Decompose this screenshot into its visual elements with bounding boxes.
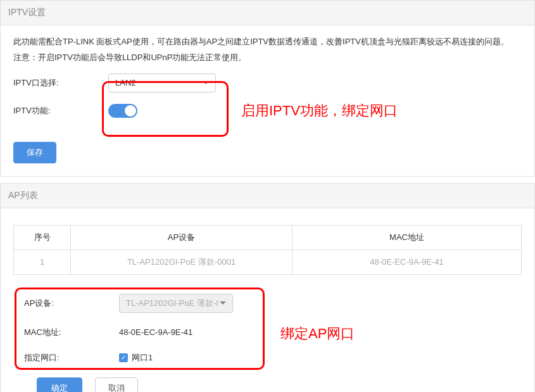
detail-port-value: 网口1	[132, 352, 153, 364]
detail-device-row: AP设备: TL-AP1202GI-PoE 薄款-I	[2, 294, 534, 313]
ap-list-panel: AP列表 序号 AP设备 MAC地址 1 TL-AP1202GI-PoE 薄款-…	[0, 183, 535, 392]
iptv-panel-header: IPTV设置	[1, 1, 534, 25]
col-mac: MAC地址	[293, 225, 522, 250]
save-button[interactable]: 保存	[13, 142, 56, 163]
chevron-down-icon	[203, 81, 209, 84]
iptv-function-toggle[interactable]	[108, 104, 137, 118]
iptv-panel-body: 此功能需配合TP-LINK 面板式AP使用，可在路由器与AP之间建立IPTV数据…	[1, 25, 534, 176]
chevron-down-icon	[220, 301, 226, 305]
detail-mac-label: MAC地址:	[24, 327, 119, 338]
iptv-note: 注意：开启IPTV功能后会导致LLDP和UPnP功能无法正常使用。	[13, 51, 522, 65]
ap-table: 序号 AP设备 MAC地址 1 TL-AP1202GI-PoE 薄款-0001 …	[13, 225, 522, 275]
cancel-button[interactable]: 取消	[95, 377, 138, 392]
iptv-port-label: IPTV口选择:	[13, 77, 108, 89]
iptv-function-label: IPTV功能:	[13, 105, 108, 117]
detail-mac-value: 48-0E-EC-9A-9E-41	[119, 327, 192, 337]
detail-device-value: TL-AP1202GI-PoE 薄款-I	[126, 298, 218, 309]
confirm-button[interactable]: 确定	[37, 377, 82, 392]
checkbox-icon: ✓	[119, 353, 128, 362]
cell-mac: 48-0E-EC-9A-9E-41	[293, 250, 522, 274]
iptv-port-select[interactable]: LAN2	[108, 73, 216, 92]
detail-port-row: 指定网口: ✓ 网口1	[2, 352, 534, 364]
detail-port-label: 指定网口:	[24, 352, 119, 364]
col-index: 序号	[14, 225, 71, 250]
ap-table-header-row: 序号 AP设备 MAC地址	[14, 225, 522, 250]
cell-index: 1	[14, 250, 71, 274]
detail-device-label: AP设备:	[24, 298, 119, 309]
ap-list-header: AP列表	[1, 184, 534, 208]
detail-button-row: 确定 取消	[2, 377, 534, 392]
col-device: AP设备	[71, 225, 293, 250]
cell-device: TL-AP1202GI-PoE 薄款-0001	[71, 250, 293, 274]
toggle-knob	[125, 105, 136, 117]
ap-list-body: 序号 AP设备 MAC地址 1 TL-AP1202GI-PoE 薄款-0001 …	[1, 208, 534, 392]
ap-detail-panel: 绑定AP网口 AP设备: TL-AP1202GI-PoE 薄款-I MAC地址:…	[2, 294, 534, 392]
detail-device-select: TL-AP1202GI-PoE 薄款-I	[119, 294, 233, 313]
table-row[interactable]: 1 TL-AP1202GI-PoE 薄款-0001 48-0E-EC-9A-9E…	[14, 250, 522, 274]
iptv-panel: IPTV设置 此功能需配合TP-LINK 面板式AP使用，可在路由器与AP之间建…	[0, 0, 535, 177]
iptv-port-row: IPTV口选择: LAN2	[13, 73, 522, 92]
detail-mac-row: MAC地址: 48-0E-EC-9A-9E-41	[2, 327, 534, 338]
detail-port-checkbox-wrapper[interactable]: ✓ 网口1	[119, 352, 153, 364]
iptv-port-value: LAN2	[115, 78, 136, 87]
iptv-description: 此功能需配合TP-LINK 面板式AP使用，可在路由器与AP之间建立IPTV数据…	[13, 35, 522, 49]
iptv-function-row: IPTV功能:	[13, 104, 522, 118]
